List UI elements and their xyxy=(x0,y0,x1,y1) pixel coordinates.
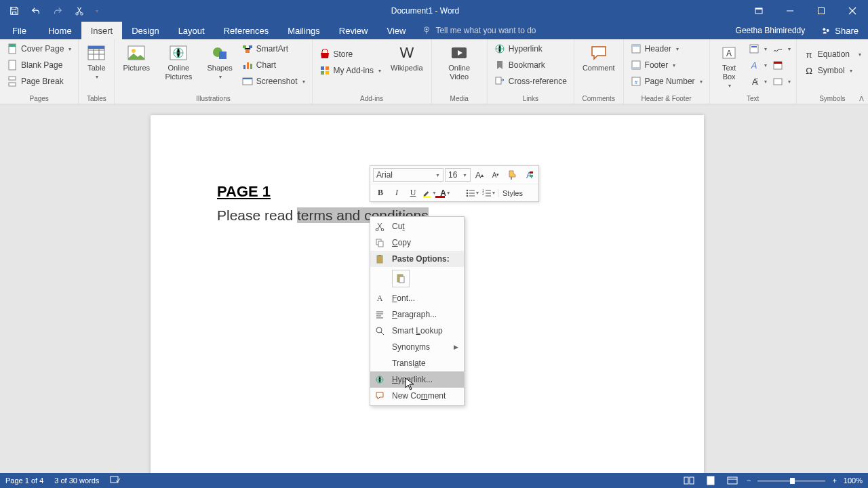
svg-rect-52 xyxy=(774,62,782,64)
online-pictures-button[interactable]: Online Pictures xyxy=(157,41,200,84)
user-name[interactable]: Geetha Bhimireddy xyxy=(729,22,812,39)
wikipedia-button[interactable]: WWikipedia xyxy=(387,41,427,75)
zoom-out-button[interactable]: − xyxy=(747,476,751,485)
cm-font[interactable]: AFont... xyxy=(370,290,464,306)
my-addins-button[interactable]: My Add-ins▾ xyxy=(317,62,384,79)
store-button[interactable]: Store xyxy=(317,46,384,62)
search-icon xyxy=(373,326,387,336)
online-video-button[interactable]: Online Video xyxy=(436,41,483,84)
web-layout-button[interactable] xyxy=(725,474,740,487)
shrink-font-button[interactable]: A▾ xyxy=(488,167,503,182)
collapse-ribbon-button[interactable]: ᐱ xyxy=(859,95,864,102)
hyperlink-button[interactable]: Hyperlink xyxy=(492,41,570,57)
svg-rect-58 xyxy=(530,171,533,174)
read-mode-button[interactable] xyxy=(682,474,696,487)
cm-copy[interactable]: Copy xyxy=(370,235,464,251)
group-illustrations: Pictures Online Pictures Shapes▾ SmartAr… xyxy=(115,39,312,104)
svg-rect-3 xyxy=(755,8,762,9)
mini-font-combo[interactable]: Arial▼ xyxy=(373,168,443,182)
share-button[interactable]: Share xyxy=(812,22,868,39)
spellcheck-icon[interactable] xyxy=(110,475,121,486)
signature-line-button[interactable]: ▾ xyxy=(771,41,792,57)
mini-size-combo[interactable]: 16▼ xyxy=(445,168,471,182)
minimize-button[interactable] xyxy=(774,1,806,20)
cm-cut[interactable]: Cut xyxy=(370,218,464,235)
smartart-button[interactable]: SmartArt xyxy=(239,41,308,57)
font-icon: A xyxy=(373,293,387,304)
numbering-button[interactable]: 12▼ xyxy=(481,186,496,201)
tab-layout[interactable]: Layout xyxy=(169,22,214,39)
cross-reference-button[interactable]: Cross-reference xyxy=(492,73,570,89)
wordart-button[interactable]: A▾ xyxy=(747,57,768,73)
equation-button[interactable]: πEquation▾ xyxy=(801,46,864,62)
comment-button[interactable]: Comment xyxy=(578,41,619,75)
svg-point-66 xyxy=(376,228,378,231)
italic-button[interactable]: I xyxy=(389,186,404,201)
quick-parts-button[interactable]: ▾ xyxy=(747,41,768,57)
chevron-right-icon: ▶ xyxy=(454,344,458,350)
text-box-button[interactable]: AText Box▾ xyxy=(714,41,745,92)
drop-cap-button[interactable]: A▾ xyxy=(747,73,768,89)
page-break-button[interactable]: Page Break xyxy=(4,73,74,89)
header-button[interactable]: Header▾ xyxy=(628,41,705,57)
footer-button[interactable]: Footer▾ xyxy=(628,57,705,73)
format-painter-button[interactable] xyxy=(505,167,519,182)
mini-styles-label[interactable]: Styles xyxy=(498,189,527,197)
scissors-icon xyxy=(373,222,387,231)
underline-button[interactable]: U xyxy=(406,186,420,201)
blank-page-button[interactable]: Blank Page xyxy=(4,57,74,73)
tab-view[interactable]: View xyxy=(377,22,415,39)
bookmark-button[interactable]: Bookmark xyxy=(492,57,570,73)
page-indicator[interactable]: Page 1 of 4 xyxy=(5,476,43,485)
cm-synonyms[interactable]: Synonyms▶ xyxy=(370,339,464,355)
chart-button[interactable]: Chart xyxy=(239,57,308,73)
font-color-button[interactable]: A▼ xyxy=(438,186,453,201)
paste-keep-source-button[interactable] xyxy=(392,270,410,287)
zoom-slider[interactable] xyxy=(757,480,825,482)
cover-page-button[interactable]: Cover Page▾ xyxy=(4,41,74,57)
cm-translate[interactable]: Translate xyxy=(370,355,464,371)
tab-design[interactable]: Design xyxy=(122,22,168,39)
tell-me-search[interactable]: Tell me what you want to do xyxy=(415,22,542,39)
tab-references[interactable]: References xyxy=(214,22,278,39)
bold-button[interactable]: B xyxy=(373,186,388,201)
cm-smart-lookup[interactable]: Smart Lookup xyxy=(370,323,464,339)
tab-insert[interactable]: Insert xyxy=(81,22,123,39)
quick-access-toolbar: ▼ xyxy=(0,1,107,20)
pictures-button[interactable]: Pictures xyxy=(119,41,154,75)
mini-styles-icon[interactable]: A xyxy=(521,167,536,182)
word-count[interactable]: 3 of 30 words xyxy=(54,476,99,485)
tab-file[interactable]: File xyxy=(0,22,39,39)
svg-rect-73 xyxy=(399,277,404,283)
zoom-level[interactable]: 100% xyxy=(844,476,863,485)
close-button[interactable] xyxy=(837,1,868,20)
date-time-button[interactable] xyxy=(771,57,792,73)
tab-mailings[interactable]: Mailings xyxy=(278,22,330,39)
shapes-button[interactable]: Shapes▾ xyxy=(203,41,237,83)
maximize-button[interactable] xyxy=(806,1,837,20)
tab-review[interactable]: Review xyxy=(330,22,378,39)
cut-qa-button[interactable] xyxy=(69,1,90,20)
redo-button[interactable] xyxy=(47,1,68,20)
table-button[interactable]: Table▾ xyxy=(83,41,110,83)
ribbon-display-button[interactable] xyxy=(743,1,774,20)
bullets-button[interactable]: ▼ xyxy=(465,186,480,201)
tab-home[interactable]: Home xyxy=(39,22,81,39)
object-button[interactable]: ▾ xyxy=(771,73,792,89)
zoom-in-button[interactable]: + xyxy=(832,476,836,485)
cm-new-comment[interactable]: New Comment xyxy=(370,388,464,404)
svg-rect-71 xyxy=(378,255,381,256)
cm-paragraph[interactable]: Paragraph... xyxy=(370,306,464,323)
print-layout-button[interactable] xyxy=(703,474,718,487)
undo-button[interactable] xyxy=(26,1,46,20)
symbol-button[interactable]: ΩSymbol▾ xyxy=(801,62,864,79)
svg-point-62 xyxy=(466,192,468,194)
qa-customize-button[interactable]: ▼ xyxy=(91,1,103,20)
cm-hyperlink[interactable]: Hyperlink... xyxy=(370,371,464,388)
highlight-button[interactable]: ▼ xyxy=(422,186,437,201)
page-number-button[interactable]: #Page Number▾ xyxy=(628,73,705,89)
grow-font-button[interactable]: A▴ xyxy=(472,167,487,182)
screenshot-button[interactable]: Screenshot▾ xyxy=(239,73,308,89)
group-links: Hyperlink Bookmark Cross-reference Links xyxy=(488,39,574,104)
save-button[interactable] xyxy=(4,1,24,20)
